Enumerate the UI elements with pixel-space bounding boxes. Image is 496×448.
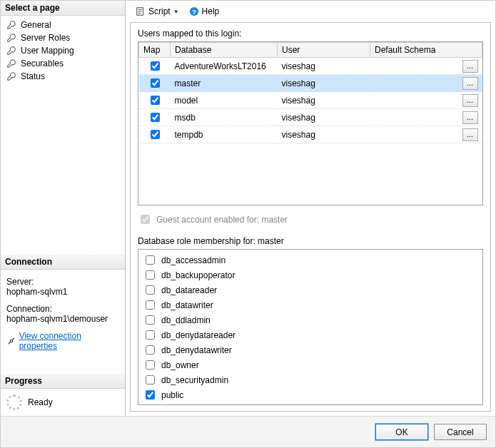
cell-database: msdb [171, 109, 278, 126]
role-name: db_denydatareader [161, 330, 236, 340]
role-name: db_datareader [161, 285, 217, 295]
connection-label: Connection: [6, 304, 119, 314]
table-row[interactable]: tempdbviseshag... [139, 126, 482, 143]
cancel-button[interactable]: Cancel [434, 424, 487, 440]
cell-user: viseshag [278, 58, 370, 75]
role-checkbox[interactable] [146, 300, 155, 310]
role-item[interactable]: db_securityadmin [143, 372, 478, 387]
role-item[interactable]: db_datawriter [143, 297, 478, 312]
role-checkbox[interactable] [146, 375, 155, 385]
wrench-icon [6, 46, 16, 56]
wrench-icon [6, 58, 16, 68]
role-name: db_owner [161, 360, 199, 370]
nav-item-label: Server Roles [21, 33, 70, 43]
cell-user: viseshag [278, 75, 370, 92]
guest-account-checkbox [141, 215, 150, 224]
wrench-icon [6, 71, 16, 81]
schema-browse-button[interactable]: ... [462, 128, 478, 141]
table-row[interactable]: msdbviseshag... [139, 109, 482, 126]
server-label: Server: [6, 277, 119, 287]
wrench-icon [6, 20, 16, 30]
table-row[interactable]: AdventureWorksLT2016viseshag... [139, 58, 482, 75]
column-header-user[interactable]: User [278, 43, 370, 58]
nav-item-general[interactable]: General [1, 19, 125, 31]
schema-browse-button[interactable]: ... [462, 77, 478, 90]
user-mapping-grid[interactable]: Map Database User Default Schema Adventu… [138, 41, 483, 205]
map-checkbox[interactable] [151, 130, 160, 139]
role-item[interactable]: db_denydatawriter [143, 342, 478, 357]
column-header-schema[interactable]: Default Schema [370, 43, 482, 58]
role-item[interactable]: db_owner [143, 357, 478, 372]
left-panel: Select a page GeneralServer RolesUser Ma… [1, 1, 126, 416]
nav-item-label: User Mapping [21, 46, 74, 56]
page-nav-list: GeneralServer RolesUser MappingSecurable… [1, 16, 125, 86]
connection-value: hopham-sqlvm1\demouser [6, 314, 119, 324]
role-checkbox[interactable] [146, 270, 155, 280]
role-name: db_backupoperator [161, 270, 235, 280]
role-name: public [161, 390, 183, 400]
map-checkbox[interactable] [151, 113, 160, 122]
role-name: db_accessadmin [161, 255, 226, 265]
guest-account-label: Guest account enabled for: master [156, 215, 288, 225]
role-name: db_datawriter [161, 300, 213, 310]
role-checkbox[interactable] [146, 360, 155, 370]
script-button[interactable]: Script ▼ [133, 5, 182, 18]
role-checkbox[interactable] [146, 330, 155, 340]
schema-browse-button[interactable]: ... [462, 111, 478, 124]
map-checkbox[interactable] [151, 61, 160, 71]
role-item[interactable]: db_datareader [143, 282, 478, 297]
role-checkbox[interactable] [146, 345, 155, 355]
connection-icon [6, 336, 16, 346]
role-item[interactable]: public [143, 387, 478, 402]
users-mapped-label: Users mapped to this login: [138, 29, 483, 39]
progress-spinner-icon [6, 394, 22, 410]
role-name: db_ddladmin [161, 315, 211, 325]
cell-database: AdventureWorksLT2016 [171, 58, 278, 75]
help-label: Help [202, 6, 220, 16]
role-membership-label: Database role membership for: master [138, 236, 483, 246]
cell-database: model [171, 92, 278, 109]
ok-button[interactable]: OK [375, 424, 428, 440]
script-icon [136, 6, 146, 16]
nav-item-user-mapping[interactable]: User Mapping [1, 44, 125, 57]
map-checkbox[interactable] [151, 78, 160, 88]
map-checkbox[interactable] [151, 96, 160, 105]
right-panel: Script ▼ ? Help Users mapped to this log… [126, 1, 495, 416]
table-row[interactable]: masterviseshag... [139, 75, 482, 92]
chevron-down-icon: ▼ [173, 9, 179, 15]
svg-text:?: ? [192, 8, 196, 16]
view-connection-properties-link[interactable]: View connection properties [6, 331, 119, 351]
role-checkbox[interactable] [146, 390, 155, 399]
role-membership-list[interactable]: db_accessadmindb_backupoperatordb_datare… [138, 249, 483, 405]
nav-item-status[interactable]: Status [1, 70, 125, 83]
role-item[interactable]: db_denydatareader [143, 327, 478, 342]
role-checkbox[interactable] [146, 285, 155, 295]
nav-item-server-roles[interactable]: Server Roles [1, 31, 125, 44]
schema-browse-button[interactable]: ... [462, 94, 478, 107]
role-checkbox[interactable] [146, 255, 155, 265]
progress-status: Ready [28, 397, 53, 407]
table-row[interactable]: modelviseshag... [139, 92, 482, 109]
cell-database: master [171, 75, 278, 92]
server-value: hopham-sqlvm1 [6, 287, 119, 297]
nav-item-label: Status [21, 71, 45, 81]
nav-item-securables[interactable]: Securables [1, 57, 125, 70]
dialog-button-bar: OK Cancel [1, 416, 495, 447]
role-name: db_denydatawriter [161, 345, 232, 355]
role-checkbox[interactable] [146, 315, 155, 325]
role-item[interactable]: db_ddladmin [143, 312, 478, 327]
help-button[interactable]: ? Help [186, 5, 223, 18]
role-name: db_securityadmin [161, 375, 228, 385]
cell-user: viseshag [278, 92, 370, 109]
connection-header: Connection [1, 255, 125, 270]
column-header-database[interactable]: Database [171, 43, 278, 58]
schema-browse-button[interactable]: ... [462, 60, 478, 73]
column-header-map[interactable]: Map [139, 43, 171, 58]
wrench-icon [6, 33, 16, 43]
nav-item-label: Securables [21, 58, 64, 68]
role-item[interactable]: db_accessadmin [143, 253, 478, 268]
role-item[interactable]: db_backupoperator [143, 268, 478, 282]
cell-user: viseshag [278, 126, 370, 143]
nav-item-label: General [21, 20, 51, 30]
view-connection-properties-label: View connection properties [19, 331, 119, 351]
